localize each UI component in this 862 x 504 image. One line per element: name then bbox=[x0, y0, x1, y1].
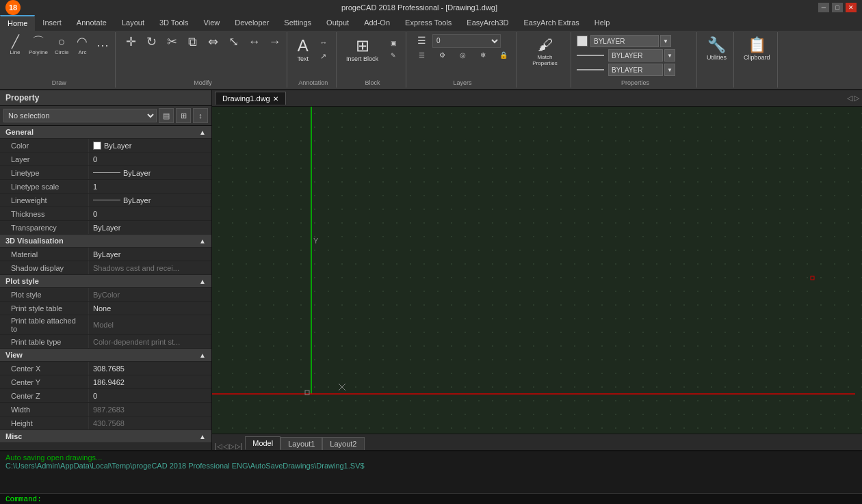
tab-layout[interactable]: Layout bbox=[114, 15, 152, 31]
tab-help[interactable]: Help bbox=[587, 15, 618, 31]
misc-section-header[interactable]: Misc ▲ bbox=[0, 430, 211, 443]
layer-select[interactable]: 0 bbox=[432, 34, 501, 48]
prop-value-height[interactable]: 430.7568 bbox=[89, 416, 211, 429]
close-button[interactable]: ✕ bbox=[846, 3, 857, 12]
linetype-dropdown[interactable]: ▼ bbox=[664, 49, 675, 62]
prop-value-center-z[interactable]: 0 bbox=[89, 389, 211, 402]
match-properties-icon: 🖌 bbox=[538, 36, 553, 54]
view-section-header[interactable]: View ▲ bbox=[0, 349, 211, 362]
plot-style-section-header[interactable]: Plot style ▲ bbox=[0, 275, 211, 288]
command-output: Auto saving open drawings... C:\Users\Ad… bbox=[0, 451, 862, 493]
polyline-button[interactable]: ⌒ Polyline bbox=[26, 34, 51, 57]
prop-value-print-style-table[interactable]: None bbox=[89, 302, 211, 315]
tab-express[interactable]: Express Tools bbox=[397, 15, 459, 31]
layout-last-button[interactable]: ▷| bbox=[235, 442, 243, 450]
scale-button[interactable]: ⤡ bbox=[224, 34, 243, 51]
prop-row-thickness: Thickness 0 bbox=[0, 207, 211, 221]
edit-block-button[interactable]: ✎ bbox=[384, 50, 403, 61]
move-button[interactable]: ✛ bbox=[121, 34, 140, 51]
tab-addon[interactable]: Add-On bbox=[356, 15, 397, 31]
command-prompt: Command: bbox=[5, 495, 42, 503]
minimize-button[interactable]: ─ bbox=[818, 3, 829, 12]
prop-value-center-x[interactable]: 308.7685 bbox=[89, 362, 211, 375]
general-section-header[interactable]: General ▲ bbox=[0, 126, 211, 139]
edit-block-icon: ✎ bbox=[391, 52, 396, 59]
arc-button[interactable]: ◠ Arc bbox=[73, 34, 92, 57]
create-block-button[interactable]: ▣ bbox=[384, 38, 403, 49]
prop-value-material[interactable]: ByLayer bbox=[89, 248, 211, 261]
prop-select-button[interactable]: ⊞ bbox=[176, 108, 191, 123]
tab-output[interactable]: Output bbox=[319, 15, 356, 31]
lineweight-dropdown[interactable]: ▼ bbox=[664, 64, 675, 76]
tab-prev-arrow[interactable]: ◁ bbox=[847, 94, 852, 103]
prop-value-shadow[interactable]: Shadows cast and recei... bbox=[89, 261, 211, 274]
layer-lock-button[interactable]: 🔒 bbox=[494, 49, 513, 61]
prop-quick-select-button[interactable]: ▤ bbox=[159, 108, 174, 123]
layer-iso-button[interactable]: ◎ bbox=[453, 49, 472, 61]
prop-value-linetype[interactable]: ByLayer bbox=[89, 166, 211, 179]
color-dropdown[interactable]: ▼ bbox=[660, 35, 671, 47]
tab-settings[interactable]: Settings bbox=[276, 15, 319, 31]
clipboard-button[interactable]: 📋 Clipboard bbox=[740, 34, 774, 64]
tab-3dtools[interactable]: 3D Tools bbox=[152, 15, 196, 31]
color-input[interactable] bbox=[590, 35, 659, 47]
circle-button[interactable]: ○ Circle bbox=[52, 34, 71, 57]
prop-value-layer[interactable]: 0 bbox=[89, 152, 211, 165]
maximize-button[interactable]: □ bbox=[832, 3, 843, 12]
stretch-icon: ↔ bbox=[248, 36, 260, 49]
linetype-input[interactable] bbox=[608, 49, 663, 62]
layout-tab-layout2[interactable]: Layout2 bbox=[322, 437, 364, 450]
layout-prev-button[interactable]: ◁ bbox=[223, 442, 228, 450]
tab-easyarch3d[interactable]: EasyArch3D bbox=[459, 15, 516, 31]
insert-block-button[interactable]: ⊞ Insert Block bbox=[342, 34, 382, 65]
command-line-1: Auto saving open drawings... bbox=[5, 453, 857, 462]
layout-first-button[interactable]: |◁ bbox=[215, 442, 222, 450]
prop-row-print-table-type: Print table type Color-dependent print s… bbox=[0, 335, 211, 349]
tab-easyarch-extras[interactable]: EasyArch Extras bbox=[516, 15, 586, 31]
command-input[interactable] bbox=[44, 495, 857, 503]
drawing-tab-close[interactable]: ✕ bbox=[273, 95, 278, 103]
leader-button[interactable]: ↗ bbox=[314, 50, 333, 62]
prop-value-color[interactable]: ByLayer bbox=[89, 139, 211, 152]
layer-freeze-button[interactable]: ❄ bbox=[473, 49, 493, 61]
prop-value-plot-style[interactable]: ByColor bbox=[89, 288, 211, 301]
text-button[interactable]: A Text bbox=[293, 34, 313, 65]
prop-value-print-table-attached[interactable]: Model bbox=[89, 315, 211, 334]
selection-dropdown[interactable]: No selection bbox=[3, 109, 157, 122]
layout-tab-layout1[interactable]: Layout1 bbox=[280, 437, 322, 450]
tab-home[interactable]: Home bbox=[0, 15, 35, 31]
prop-toggle-button[interactable]: ↕ bbox=[193, 108, 208, 123]
mirror-button[interactable]: ⇔ bbox=[203, 34, 222, 51]
copy-button[interactable]: ⧉ bbox=[183, 34, 202, 51]
prop-value-center-y[interactable]: 186.9462 bbox=[89, 375, 211, 388]
lineweight-input[interactable] bbox=[608, 64, 663, 76]
prop-value-transparency[interactable]: ByLayer bbox=[89, 221, 211, 234]
rotate-button[interactable]: ↻ bbox=[142, 34, 161, 51]
tab-developer[interactable]: Developer bbox=[227, 15, 276, 31]
layers-button[interactable]: ☰ bbox=[412, 34, 431, 48]
trim-button[interactable]: ✂ bbox=[162, 34, 181, 51]
tab-next-arrow[interactable]: ▷ bbox=[854, 94, 859, 103]
prop-value-thickness[interactable]: 0 bbox=[89, 207, 211, 220]
more-draw-button[interactable]: ⋯ bbox=[93, 37, 112, 55]
layout-next-button[interactable]: ▷ bbox=[229, 442, 235, 450]
drawing-tab[interactable]: Drawing1.dwg ✕ bbox=[215, 92, 286, 105]
match-properties-button[interactable]: 🖌 Match Properties bbox=[522, 34, 568, 69]
visualisation-section-header[interactable]: 3D Visualisation ▲ bbox=[0, 235, 211, 248]
layer-props-button[interactable]: ⚙ bbox=[432, 49, 452, 61]
extend-button[interactable]: → bbox=[265, 34, 284, 51]
utilities-button[interactable]: 🔧 Utilities bbox=[703, 34, 731, 64]
line-button[interactable]: ╱ Line bbox=[5, 34, 25, 57]
layout-tab-model[interactable]: Model bbox=[245, 436, 280, 450]
layer-state-button[interactable]: ☰ bbox=[412, 49, 431, 61]
prop-value-linetype-scale[interactable]: 1 bbox=[89, 180, 211, 193]
prop-value-print-table-type[interactable]: Color-dependent print st... bbox=[89, 335, 211, 348]
prop-value-lineweight[interactable]: ByLayer bbox=[89, 194, 211, 207]
canvas-area[interactable]: Y bbox=[212, 107, 862, 434]
tab-view[interactable]: View bbox=[196, 15, 228, 31]
tab-insert[interactable]: Insert bbox=[35, 15, 69, 31]
prop-value-width[interactable]: 987.2683 bbox=[89, 403, 211, 416]
stretch-button[interactable]: ↔ bbox=[244, 34, 263, 51]
tab-annotate[interactable]: Annotate bbox=[69, 15, 114, 31]
dim-button[interactable]: ↔ bbox=[314, 36, 333, 49]
